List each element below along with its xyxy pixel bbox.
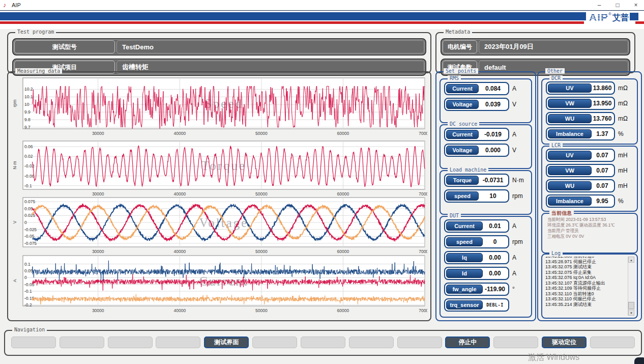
value-row: speed10rpm xyxy=(444,189,528,203)
set-points-panel: Set points RMSCurrent0.084AVoltage0.039V… xyxy=(435,71,536,321)
Iq-label[interactable]: Iq xyxy=(446,253,483,262)
Voltage-label[interactable]: Voltage xyxy=(446,100,479,109)
Current-label[interactable]: Current xyxy=(446,221,483,231)
svg-text:0.025: 0.025 xyxy=(24,213,36,218)
WU-value: 13.760 xyxy=(592,114,613,123)
value-row: Voltage0.000V xyxy=(444,144,528,157)
Id-label[interactable]: Id xyxy=(446,269,483,278)
text-line: 环境温度 26.3℃ 驱动器温度 36.1℃ xyxy=(547,222,634,228)
scrollbar-thumb[interactable] xyxy=(628,302,634,309)
Torque-label[interactable]: Torque xyxy=(446,176,479,185)
UV-value: 13.860 xyxy=(592,83,613,93)
rms-group: RMSCurrent0.084AVoltage0.039V xyxy=(440,78,532,123)
title-bar: ♪ AIP – □ × xyxy=(0,0,644,10)
nav-button-3[interactable] xyxy=(108,337,153,348)
value-row: Iq0.00A xyxy=(444,251,528,264)
nav-button-8[interactable] xyxy=(349,337,394,348)
nav-button-4[interactable] xyxy=(156,337,200,348)
field-value[interactable]: 2023年01月09日 xyxy=(479,40,628,53)
value-row: fw_angle-119.90° xyxy=(444,283,528,296)
speed-chart: 300004000050000600007000010.210.1109.99.… xyxy=(10,76,427,136)
svg-text:9.9: 9.9 xyxy=(24,109,31,115)
nav-button-11[interactable] xyxy=(493,337,538,348)
svg-text:70000: 70000 xyxy=(419,249,427,254)
svg-text:10.2: 10.2 xyxy=(24,87,33,92)
unit-label: rpm xyxy=(509,192,528,200)
unit-label: mH xyxy=(615,182,633,189)
WU-label[interactable]: WU xyxy=(548,114,592,123)
unit-label: V xyxy=(509,101,528,108)
text-line: 三相电压 0V 0V 0V xyxy=(547,234,634,239)
speed-label[interactable]: speed xyxy=(446,237,483,246)
Current-label[interactable]: Current xyxy=(446,130,479,139)
panel-legend: Navigation xyxy=(12,327,47,332)
unit-label: % xyxy=(615,198,633,205)
UV-label[interactable]: UV xyxy=(548,83,592,93)
log-scrollbar[interactable]: ▲ ▼ xyxy=(628,257,635,316)
brand-square-underline xyxy=(635,21,644,24)
load-machine-group: Load machineTorque-0.0731N·mspeed10rpm xyxy=(440,170,532,215)
UV-label[interactable]: UV xyxy=(548,151,592,160)
speed-value: 10 xyxy=(479,191,507,201)
VW-label[interactable]: VW xyxy=(548,166,592,175)
nav-button-1[interactable] xyxy=(11,337,56,348)
scroll-up-icon[interactable]: ▲ xyxy=(628,257,634,263)
scroll-down-icon[interactable]: ▼ xyxy=(628,310,634,316)
Iq-value: 0.00 xyxy=(483,253,507,262)
fw_angle-label[interactable]: fw_angle xyxy=(446,285,483,294)
group-legend: 当前信息 xyxy=(549,210,574,217)
nav-button-9[interactable] xyxy=(397,337,442,348)
svg-text:40000: 40000 xyxy=(173,131,186,136)
minimize-button[interactable]: – xyxy=(595,2,603,9)
unit-label: A xyxy=(509,254,528,261)
Voltage-label[interactable]: Voltage xyxy=(446,146,479,155)
Imbalance-label[interactable]: Imbalance xyxy=(548,129,592,138)
nav-button-7[interactable] xyxy=(301,337,345,348)
nav-button-6[interactable] xyxy=(252,337,297,348)
group-legend: LCR xyxy=(549,143,563,148)
VW-label[interactable]: VW xyxy=(548,99,592,108)
nav-button-测试界面[interactable]: 测试界面 xyxy=(204,337,249,348)
VW-value: 13.950 xyxy=(592,99,613,108)
svg-text:-0.2: -0.2 xyxy=(24,302,32,307)
other-panel: Other DCRUV13.860mΩVW13.950mΩWU13.760mΩI… xyxy=(537,71,642,321)
blue-stripe xyxy=(0,12,586,20)
brand-logo-text: AIP xyxy=(589,11,608,23)
svg-text:10.1: 10.1 xyxy=(24,94,33,99)
text-line: 13:45:35.214 测试结束 xyxy=(545,302,628,307)
nav-button-13[interactable] xyxy=(590,337,635,348)
value-row: Torque-0.0731N·m xyxy=(444,174,528,187)
trq_sensor-label[interactable]: trq_sensor xyxy=(446,300,483,310)
log-list[interactable]: 13:45:22.886 当前转速013:45:28.971 伺服已停止13:4… xyxy=(545,257,628,316)
value-row: Id0.00A xyxy=(444,267,528,280)
dc-source-group: DC sourceCurrent-0.019AVoltage0.000V xyxy=(440,124,532,169)
brand-logo: AIP ® 艾普 xyxy=(589,11,638,23)
brand-logo-cn: 艾普 xyxy=(612,13,629,23)
Imbalance-value: 1.37 xyxy=(592,129,613,138)
maximize-button[interactable]: □ xyxy=(613,2,622,9)
speed-label[interactable]: speed xyxy=(446,191,479,201)
value-row: WU0.07mH xyxy=(546,179,633,192)
text-line: 13:45:32.109 等待伺服停止 xyxy=(545,286,628,291)
nav-button-2[interactable] xyxy=(60,337,104,348)
WU-label[interactable]: WU xyxy=(548,181,592,190)
Current-label[interactable]: Current xyxy=(446,84,479,93)
svg-text:A: A xyxy=(12,279,17,282)
field-value[interactable]: TestDemo xyxy=(116,40,424,53)
text-line: 13:45:32.075 停止采集 xyxy=(545,270,628,275)
svg-text:60000: 60000 xyxy=(337,131,349,136)
svg-text:60000: 60000 xyxy=(337,249,349,254)
value-row: VW13.950mΩ xyxy=(546,97,633,110)
panel-legend: Other xyxy=(545,68,565,74)
close-button[interactable]: × xyxy=(632,2,640,9)
Voltage-value: 0.039 xyxy=(479,100,507,109)
Imbalance-label[interactable]: Imbalance xyxy=(548,197,592,206)
nav-button-驱动定位[interactable]: 驱动定位 xyxy=(542,337,587,348)
unit-label: A xyxy=(509,85,528,92)
nav-button-停止中[interactable]: 停止中 xyxy=(445,337,490,348)
test-program-panel: Test program 测试型号TestDemo测试项目齿槽转矩 xyxy=(7,32,431,73)
text-line: 13:45:28.971 伺服已停止 xyxy=(545,259,628,265)
Voltage-value: 0.000 xyxy=(479,146,507,155)
text-line: 13:45:32.110 伺服已停止 xyxy=(545,296,628,302)
text-line: 当前时间 2023-01-09 13:57:53 xyxy=(547,217,634,222)
